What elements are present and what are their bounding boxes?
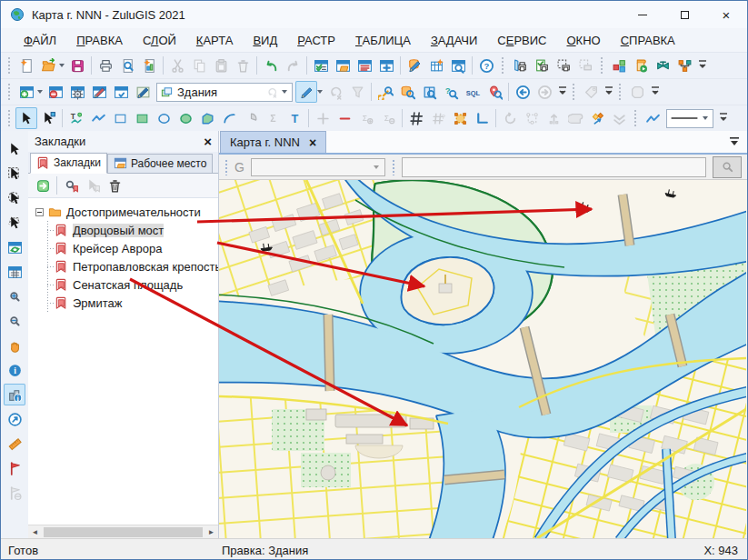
scroll-thumb[interactable] bbox=[44, 527, 203, 537]
dropdown-caret-icon[interactable] bbox=[59, 64, 65, 70]
snap-grid-button[interactable] bbox=[405, 107, 427, 129]
object-info-button[interactable]: i bbox=[4, 384, 25, 405]
menu-1[interactable]: ПРАВКА bbox=[66, 31, 133, 50]
node-delete-button[interactable] bbox=[334, 107, 355, 129]
menu-2[interactable]: СЛОЙ bbox=[133, 31, 186, 50]
toolbar-overflow-button[interactable] bbox=[696, 55, 708, 76]
window-layers-button[interactable] bbox=[332, 55, 354, 76]
menu-7[interactable]: ЗАДАЧИ bbox=[421, 31, 487, 50]
zoom-in-button[interactable] bbox=[4, 285, 25, 307]
find-book-button[interactable] bbox=[418, 81, 440, 103]
tab-close-icon[interactable]: × bbox=[309, 135, 316, 150]
toolbar-grip[interactable] bbox=[7, 109, 12, 127]
open-map-button[interactable] bbox=[37, 55, 59, 76]
bookmark-item[interactable]: Петропавловская крепость bbox=[40, 257, 218, 275]
bookmark-item[interactable]: Сенатская площадь bbox=[40, 275, 218, 294]
print-area-button[interactable] bbox=[553, 55, 574, 76]
scroll-left-icon[interactable]: ◄ bbox=[28, 528, 42, 536]
dropdown-caret-icon[interactable] bbox=[317, 90, 323, 96]
help-button[interactable]: ? bbox=[475, 55, 497, 76]
pan-window-button[interactable] bbox=[4, 261, 25, 283]
draw-ellipse-button[interactable] bbox=[153, 107, 175, 129]
bookmark-item[interactable]: Эрмитаж bbox=[40, 294, 218, 312]
map-edit-button[interactable] bbox=[132, 81, 154, 103]
layer-edit-button[interactable] bbox=[88, 81, 110, 103]
layer-settings-button[interactable] bbox=[66, 81, 88, 103]
flag-add-button[interactable] bbox=[4, 457, 25, 479]
line-style-combo[interactable] bbox=[666, 109, 713, 128]
select-node-button[interactable] bbox=[37, 107, 59, 129]
geo-combo[interactable] bbox=[251, 158, 385, 176]
edit-objects-button[interactable] bbox=[295, 81, 317, 103]
window-legend-button[interactable] bbox=[354, 55, 375, 76]
maximize-button[interactable] bbox=[663, 1, 705, 28]
bookmark-find-button[interactable] bbox=[60, 175, 82, 196]
window-new-map-button[interactable] bbox=[375, 55, 397, 76]
ortho-mode-button[interactable] bbox=[471, 107, 493, 129]
menu-0[interactable]: ФАЙЛ bbox=[14, 31, 66, 50]
info-tool-button[interactable]: i bbox=[4, 359, 25, 381]
layers-dialog-button[interactable] bbox=[608, 55, 630, 76]
pan-hand-button[interactable] bbox=[4, 335, 25, 356]
search-button[interactable] bbox=[713, 156, 742, 178]
panel-tab-workspace[interactable]: Рабочее место bbox=[107, 154, 213, 173]
toolbar-grip[interactable] bbox=[600, 56, 604, 75]
nav-back-button[interactable] bbox=[512, 81, 534, 103]
menu-5[interactable]: РАСТР bbox=[287, 31, 345, 50]
toolbar-grip[interactable] bbox=[7, 56, 12, 75]
layer-remove-button[interactable] bbox=[45, 81, 66, 103]
minimize-button[interactable] bbox=[622, 1, 663, 28]
draw-rect-filled-button[interactable] bbox=[131, 107, 153, 129]
print-report-button[interactable] bbox=[531, 55, 553, 76]
menu-3[interactable]: КАРТА bbox=[186, 31, 244, 50]
toolbar-overflow-button[interactable] bbox=[649, 81, 661, 103]
toolbar-overflow-button[interactable] bbox=[603, 81, 614, 103]
menu-9[interactable]: ОКНО bbox=[556, 31, 610, 50]
toolbar-grip[interactable] bbox=[501, 56, 505, 75]
find-db-button[interactable] bbox=[396, 81, 418, 103]
menu-8[interactable]: СЕРВИС bbox=[487, 31, 556, 50]
menu-4[interactable]: ВИД bbox=[243, 31, 287, 50]
map-canvas[interactable] bbox=[219, 180, 747, 538]
panel-close-icon[interactable]: × bbox=[204, 134, 212, 149]
bookmark-delete-button[interactable] bbox=[104, 175, 125, 196]
toolbar-grip[interactable] bbox=[392, 159, 395, 175]
toolbar-grip[interactable] bbox=[572, 83, 576, 101]
find-query-button[interactable]: ? bbox=[440, 81, 462, 103]
refresh-view-button[interactable] bbox=[4, 236, 25, 258]
toolbar-grip[interactable] bbox=[633, 109, 638, 127]
pin-tabbar-icon[interactable] bbox=[729, 137, 740, 146]
select-circle-cursor-button[interactable] bbox=[4, 187, 25, 209]
collapse-icon[interactable] bbox=[35, 208, 44, 216]
toolbar-overflow-button[interactable] bbox=[556, 81, 568, 103]
sql-query-button[interactable]: SQL bbox=[462, 81, 484, 103]
select-cursor-button[interactable] bbox=[4, 138, 25, 160]
tree-root-row[interactable]: Достопримечательности bbox=[34, 203, 218, 221]
navigator-button[interactable] bbox=[4, 408, 25, 430]
tab-map-document[interactable]: Карта г. NNN × bbox=[220, 131, 326, 153]
valve-tool-button[interactable] bbox=[652, 55, 673, 76]
db-editor-button[interactable] bbox=[404, 55, 425, 76]
panel-hscrollbar[interactable]: ◄ ► bbox=[28, 525, 218, 538]
undo-button[interactable] bbox=[260, 55, 282, 76]
line-style-button[interactable] bbox=[642, 107, 663, 129]
task-scheduler-button[interactable] bbox=[630, 55, 652, 76]
draw-ellipse-filled-button[interactable] bbox=[175, 107, 196, 129]
search-input[interactable] bbox=[402, 157, 706, 177]
export-report-button[interactable] bbox=[138, 55, 160, 76]
window-project-button[interactable] bbox=[310, 55, 332, 76]
new-document-button[interactable] bbox=[15, 55, 37, 76]
select-vertices-button[interactable] bbox=[449, 107, 471, 129]
close-button[interactable]: × bbox=[705, 1, 747, 28]
layer-props-button[interactable] bbox=[110, 81, 132, 103]
bookmark-go-button[interactable] bbox=[32, 175, 54, 196]
print-button[interactable] bbox=[95, 55, 116, 76]
toolbar-grip[interactable] bbox=[618, 83, 623, 101]
find-address-button[interactable] bbox=[484, 81, 505, 103]
select-rect-cursor-button[interactable] bbox=[4, 163, 25, 185]
menu-6[interactable]: ТАБЛИЦА bbox=[345, 31, 421, 50]
toolbar-overflow-button[interactable] bbox=[717, 107, 729, 129]
dropdown-caret-icon[interactable] bbox=[37, 90, 43, 96]
draw-polyline-button[interactable] bbox=[87, 107, 109, 129]
scroll-right-icon[interactable]: ► bbox=[204, 528, 218, 536]
